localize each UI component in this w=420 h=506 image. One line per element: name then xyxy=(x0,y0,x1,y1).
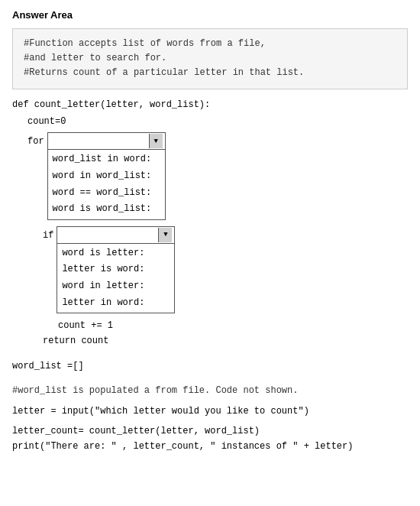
for-option-3[interactable]: word == word_list: xyxy=(53,185,160,202)
print-line: print("There are: " , letter_count, " in… xyxy=(12,439,408,454)
if-option-1[interactable]: word is letter: xyxy=(62,245,170,262)
if-option-4[interactable]: letter in word: xyxy=(62,295,170,312)
letter-count-line: letter_count= count_letter(letter, word_… xyxy=(12,423,408,439)
comment-block: #Function accepts list of words from a f… xyxy=(12,28,408,89)
if-option-2[interactable]: letter is word: xyxy=(62,261,170,278)
comment-line-2: #and letter to search for. xyxy=(24,51,396,66)
for-option-2[interactable]: word in word_list: xyxy=(53,168,160,185)
if-dropdown-header[interactable]: ▼ xyxy=(57,227,174,244)
if-option-3[interactable]: word in letter: xyxy=(62,278,170,295)
main-container: Answer Area #Function accepts list of wo… xyxy=(0,0,420,464)
count-increment: count += 1 xyxy=(12,318,408,333)
main-code-block: def count_letter(letter, word_list): cou… xyxy=(12,97,408,455)
for-keyword: for xyxy=(27,132,44,151)
for-option-4[interactable]: word is word_list: xyxy=(53,201,160,218)
for-dropdown-arrow-icon[interactable]: ▼ xyxy=(149,134,163,148)
return-statement: return count xyxy=(12,333,408,349)
for-dropdown-header[interactable]: ▼ xyxy=(48,133,165,150)
word-list-init: word_list =[] xyxy=(12,358,408,374)
comment-line-1: #Function accepts list of words from a f… xyxy=(24,37,396,51)
for-dropdown-box[interactable]: ▼ word_list in word: word in word_list: … xyxy=(47,132,166,219)
if-options-list: word is letter: letter is word: word in … xyxy=(57,244,174,313)
if-keyword: if xyxy=(43,226,53,245)
if-dropdown-arrow-icon[interactable]: ▼ xyxy=(158,228,172,242)
answer-area-title: Answer Area xyxy=(12,9,408,21)
for-option-1[interactable]: word_list in word: xyxy=(53,151,160,168)
count-init: count=0 xyxy=(12,114,408,129)
if-dropdown-box[interactable]: ▼ word is letter: letter is word: word i… xyxy=(57,226,175,313)
def-line: def count_letter(letter, word_list): xyxy=(12,97,408,112)
if-row: if ▼ word is letter: letter is word: wor… xyxy=(12,226,408,313)
for-row: for ▼ word_list in word: word in word_li… xyxy=(12,132,408,219)
letter-input: letter = input("which letter would you l… xyxy=(12,404,408,419)
comment-line-3: #Returns count of a particular letter in… xyxy=(24,66,396,80)
for-options-list: word_list in word: word in word_list: wo… xyxy=(48,150,165,219)
comment-populated: #word_list is populated a from file. Cod… xyxy=(12,383,408,398)
